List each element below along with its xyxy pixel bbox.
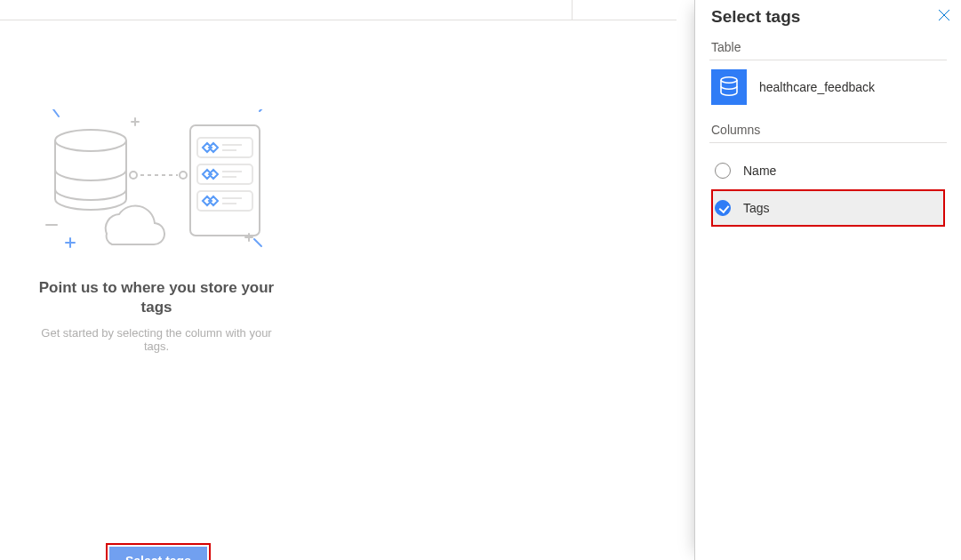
- svg-rect-5: [197, 138, 252, 157]
- svg-line-14: [53, 109, 59, 116]
- panel-title: Select tags: [711, 7, 800, 27]
- empty-state-illustration: [44, 109, 267, 260]
- column-option-label: Tags: [743, 201, 770, 215]
- main-content: Point us to where you store your tags Ge…: [0, 20, 677, 560]
- svg-point-3: [180, 172, 187, 179]
- selected-table-name: healthcare_feedback: [759, 80, 875, 94]
- close-icon[interactable]: [934, 5, 954, 28]
- database-icon: [711, 69, 747, 105]
- column-option-name[interactable]: Name: [711, 152, 945, 189]
- select-tags-button-highlight: Select tags: [106, 543, 211, 560]
- columns-section-label: Columns: [711, 123, 945, 137]
- select-tags-panel: Select tags Table healthcare_feedback Co…: [694, 0, 961, 560]
- top-bar-divider: [572, 0, 677, 20]
- svg-rect-8: [197, 164, 252, 184]
- svg-line-17: [254, 239, 261, 246]
- radio-unchecked-icon: [715, 163, 731, 179]
- svg-line-16: [260, 109, 265, 111]
- column-option-tags[interactable]: Tags: [711, 189, 945, 227]
- select-tags-button[interactable]: Select tags: [109, 547, 207, 560]
- svg-point-0: [55, 130, 126, 151]
- column-option-label: Name: [743, 164, 776, 178]
- divider: [709, 142, 947, 143]
- table-section-label: Table: [711, 40, 945, 54]
- empty-state-title: Point us to where you store your tags: [32, 278, 281, 317]
- svg-rect-4: [190, 125, 260, 236]
- empty-state-subtitle: Get started by selecting the column with…: [32, 326, 281, 353]
- top-bar: [0, 0, 677, 20]
- selected-table-row: healthcare_feedback: [711, 69, 945, 105]
- svg-point-18: [721, 77, 737, 83]
- radio-checked-icon: [715, 200, 731, 216]
- empty-state: Point us to where you store your tags Ge…: [32, 278, 281, 378]
- svg-point-1: [130, 172, 137, 179]
- divider: [709, 60, 947, 60]
- svg-rect-11: [197, 191, 252, 211]
